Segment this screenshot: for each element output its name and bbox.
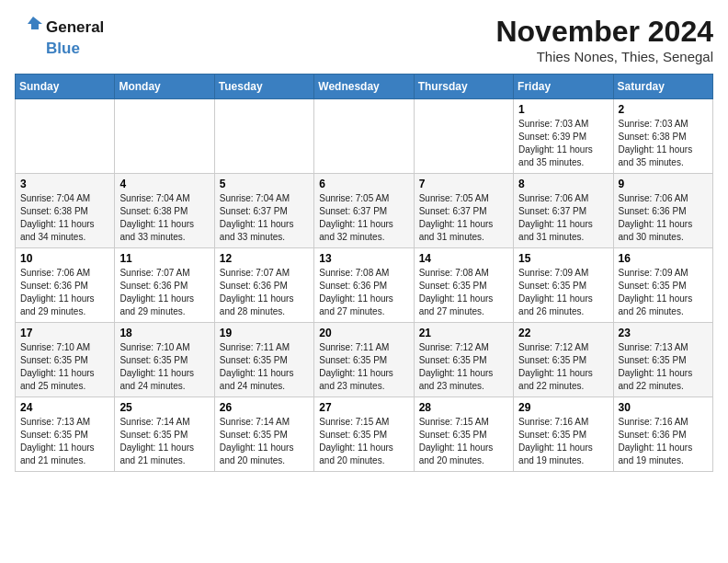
- calendar-cell: 28Sunrise: 7:15 AM Sunset: 6:35 PM Dayli…: [414, 397, 513, 472]
- day-info: Sunrise: 7:14 AM Sunset: 6:35 PM Dayligh…: [220, 416, 309, 467]
- calendar-week-row: 3Sunrise: 7:04 AM Sunset: 6:38 PM Daylig…: [16, 174, 713, 248]
- calendar-cell: 20Sunrise: 7:11 AM Sunset: 6:35 PM Dayli…: [314, 323, 414, 397]
- day-number: 22: [518, 327, 608, 339]
- calendar-cell: 15Sunrise: 7:09 AM Sunset: 6:35 PM Dayli…: [514, 248, 613, 323]
- day-info: Sunrise: 7:04 AM Sunset: 6:37 PM Dayligh…: [220, 192, 309, 244]
- calendar-cell: [115, 99, 214, 174]
- calendar-cell: 25Sunrise: 7:14 AM Sunset: 6:35 PM Dayli…: [115, 397, 214, 472]
- calendar-cell: 21Sunrise: 7:12 AM Sunset: 6:35 PM Dayli…: [414, 323, 513, 397]
- calendar-cell: 1Sunrise: 7:03 AM Sunset: 6:39 PM Daylig…: [514, 99, 613, 174]
- day-info: Sunrise: 7:06 AM Sunset: 6:36 PM Dayligh…: [619, 192, 708, 244]
- month-title: November 2024: [495, 15, 713, 49]
- day-info: Sunrise: 7:10 AM Sunset: 6:35 PM Dayligh…: [20, 341, 109, 393]
- day-info: Sunrise: 7:03 AM Sunset: 6:38 PM Dayligh…: [619, 118, 708, 169]
- svg-marker-0: [28, 17, 42, 29]
- calendar-week-row: 1Sunrise: 7:03 AM Sunset: 6:39 PM Daylig…: [16, 99, 713, 174]
- calendar-cell: 12Sunrise: 7:07 AM Sunset: 6:36 PM Dayli…: [214, 248, 313, 323]
- calendar-cell: 26Sunrise: 7:14 AM Sunset: 6:35 PM Dayli…: [214, 397, 313, 472]
- calendar-week-row: 24Sunrise: 7:13 AM Sunset: 6:35 PM Dayli…: [16, 397, 713, 472]
- day-info: Sunrise: 7:05 AM Sunset: 6:37 PM Dayligh…: [419, 192, 508, 244]
- day-number: 16: [619, 252, 708, 265]
- calendar-cell: 18Sunrise: 7:10 AM Sunset: 6:35 PM Dayli…: [115, 323, 214, 397]
- calendar-cell: 22Sunrise: 7:12 AM Sunset: 6:35 PM Dayli…: [514, 323, 613, 397]
- day-info: Sunrise: 7:11 AM Sunset: 6:35 PM Dayligh…: [319, 341, 408, 393]
- calendar-header-wednesday: Wednesday: [314, 75, 414, 99]
- day-info: Sunrise: 7:06 AM Sunset: 6:36 PM Dayligh…: [20, 267, 109, 318]
- calendar-cell: [16, 99, 115, 174]
- calendar-header-row: SundayMondayTuesdayWednesdayThursdayFrid…: [16, 75, 713, 99]
- day-info: Sunrise: 7:06 AM Sunset: 6:37 PM Dayligh…: [518, 192, 608, 244]
- day-info: Sunrise: 7:03 AM Sunset: 6:39 PM Dayligh…: [518, 118, 608, 169]
- day-number: 9: [619, 178, 708, 190]
- logo-bird-icon: [15, 15, 44, 40]
- day-number: 1: [518, 103, 608, 116]
- day-number: 23: [619, 327, 708, 339]
- calendar-header-saturday: Saturday: [613, 75, 712, 99]
- day-number: 10: [20, 252, 109, 265]
- day-info: Sunrise: 7:09 AM Sunset: 6:35 PM Dayligh…: [518, 267, 608, 318]
- day-number: 4: [119, 178, 209, 190]
- calendar-cell: 6Sunrise: 7:05 AM Sunset: 6:37 PM Daylig…: [314, 174, 414, 248]
- day-info: Sunrise: 7:13 AM Sunset: 6:35 PM Dayligh…: [619, 341, 708, 393]
- day-number: 18: [119, 327, 209, 339]
- day-info: Sunrise: 7:10 AM Sunset: 6:35 PM Dayligh…: [119, 341, 209, 393]
- calendar-cell: 19Sunrise: 7:11 AM Sunset: 6:35 PM Dayli…: [214, 323, 313, 397]
- calendar-cell: 24Sunrise: 7:13 AM Sunset: 6:35 PM Dayli…: [16, 397, 115, 472]
- day-number: 25: [119, 401, 209, 414]
- calendar-cell: [314, 99, 414, 174]
- day-number: 30: [619, 401, 708, 414]
- calendar-header-monday: Monday: [115, 75, 214, 99]
- calendar-cell: [414, 99, 513, 174]
- calendar: SundayMondayTuesdayWednesdayThursdayFrid…: [15, 74, 713, 472]
- calendar-cell: 2Sunrise: 7:03 AM Sunset: 6:38 PM Daylig…: [613, 99, 712, 174]
- day-number: 24: [20, 401, 109, 414]
- day-number: 26: [220, 401, 309, 414]
- header: General Blue November 2024 Thies Nones, …: [15, 15, 713, 64]
- day-info: Sunrise: 7:12 AM Sunset: 6:35 PM Dayligh…: [518, 341, 608, 393]
- day-number: 17: [20, 327, 109, 339]
- calendar-cell: 9Sunrise: 7:06 AM Sunset: 6:36 PM Daylig…: [613, 174, 712, 248]
- calendar-cell: 10Sunrise: 7:06 AM Sunset: 6:36 PM Dayli…: [16, 248, 115, 323]
- calendar-cell: [214, 99, 313, 174]
- day-number: 21: [419, 327, 508, 339]
- title-area: November 2024 Thies Nones, Thies, Senega…: [495, 15, 713, 64]
- day-info: Sunrise: 7:15 AM Sunset: 6:35 PM Dayligh…: [419, 416, 508, 467]
- day-info: Sunrise: 7:16 AM Sunset: 6:36 PM Dayligh…: [619, 416, 708, 467]
- calendar-cell: 3Sunrise: 7:04 AM Sunset: 6:38 PM Daylig…: [16, 174, 115, 248]
- day-number: 20: [319, 327, 408, 339]
- calendar-header-tuesday: Tuesday: [214, 75, 313, 99]
- day-info: Sunrise: 7:15 AM Sunset: 6:35 PM Dayligh…: [319, 416, 408, 467]
- calendar-cell: 4Sunrise: 7:04 AM Sunset: 6:38 PM Daylig…: [115, 174, 214, 248]
- location-title: Thies Nones, Thies, Senegal: [495, 49, 713, 64]
- day-info: Sunrise: 7:13 AM Sunset: 6:35 PM Dayligh…: [20, 416, 109, 467]
- day-info: Sunrise: 7:16 AM Sunset: 6:35 PM Dayligh…: [518, 416, 608, 467]
- calendar-cell: 7Sunrise: 7:05 AM Sunset: 6:37 PM Daylig…: [414, 174, 513, 248]
- day-number: 3: [20, 178, 109, 190]
- day-info: Sunrise: 7:04 AM Sunset: 6:38 PM Dayligh…: [119, 192, 209, 244]
- calendar-cell: 27Sunrise: 7:15 AM Sunset: 6:35 PM Dayli…: [314, 397, 414, 472]
- calendar-cell: 13Sunrise: 7:08 AM Sunset: 6:36 PM Dayli…: [314, 248, 414, 323]
- day-info: Sunrise: 7:08 AM Sunset: 6:36 PM Dayligh…: [319, 267, 408, 318]
- calendar-header-thursday: Thursday: [414, 75, 513, 99]
- day-info: Sunrise: 7:12 AM Sunset: 6:35 PM Dayligh…: [419, 341, 508, 393]
- day-number: 12: [220, 252, 309, 265]
- calendar-cell: 30Sunrise: 7:16 AM Sunset: 6:36 PM Dayli…: [613, 397, 712, 472]
- day-info: Sunrise: 7:07 AM Sunset: 6:36 PM Dayligh…: [119, 267, 209, 318]
- day-info: Sunrise: 7:05 AM Sunset: 6:37 PM Dayligh…: [319, 192, 408, 244]
- day-number: 13: [319, 252, 408, 265]
- day-number: 27: [319, 401, 408, 414]
- day-number: 15: [518, 252, 608, 265]
- day-number: 8: [518, 178, 608, 190]
- calendar-cell: 11Sunrise: 7:07 AM Sunset: 6:36 PM Dayli…: [115, 248, 214, 323]
- calendar-cell: 8Sunrise: 7:06 AM Sunset: 6:37 PM Daylig…: [514, 174, 613, 248]
- logo: General Blue: [15, 15, 104, 58]
- calendar-cell: 17Sunrise: 7:10 AM Sunset: 6:35 PM Dayli…: [16, 323, 115, 397]
- calendar-week-row: 10Sunrise: 7:06 AM Sunset: 6:36 PM Dayli…: [16, 248, 713, 323]
- day-number: 11: [119, 252, 209, 265]
- day-number: 2: [619, 103, 708, 116]
- calendar-cell: 5Sunrise: 7:04 AM Sunset: 6:37 PM Daylig…: [214, 174, 313, 248]
- calendar-cell: 23Sunrise: 7:13 AM Sunset: 6:35 PM Dayli…: [613, 323, 712, 397]
- day-number: 7: [419, 178, 508, 190]
- day-number: 19: [220, 327, 309, 339]
- day-number: 29: [518, 401, 608, 414]
